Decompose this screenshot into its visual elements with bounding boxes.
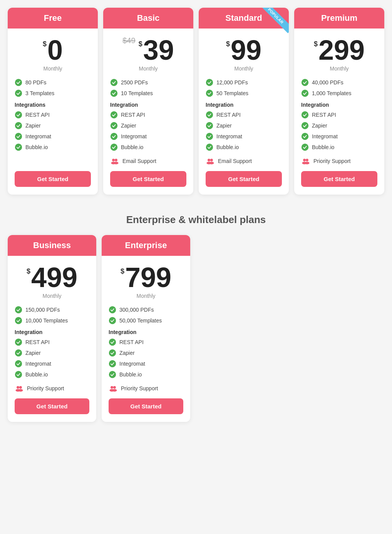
integration-item: REST API	[301, 111, 377, 119]
features-section-premium: 40,000 PDFs1,000 TemplatesIntegrationRES…	[301, 79, 377, 171]
plan-card-standard: POPULARStandard$99Monthly12,000 PDFs50 T…	[199, 8, 289, 195]
plan-card-enterprise: Enterprise$799Monthly300,000 PDFs50,000 …	[102, 235, 190, 422]
price-amount-business: 499	[31, 264, 77, 291]
support-icon	[15, 384, 24, 393]
get-started-button-free[interactable]: Get Started	[15, 171, 91, 187]
integration-label: REST API	[119, 339, 144, 345]
price-dollar-free: $	[43, 40, 47, 48]
check-icon	[301, 122, 309, 129]
integration-item: Bubble.io	[301, 143, 377, 151]
check-icon	[15, 79, 22, 86]
check-icon	[206, 79, 213, 86]
integration-label: Bubble.io	[121, 144, 143, 150]
integration-item: Bubble.io	[15, 143, 91, 151]
integration-item: Bubble.io	[15, 371, 89, 378]
price-main-business: $499	[15, 264, 89, 291]
plan-card-premium: Premium$299Monthly40,000 PDFs1,000 Templ…	[294, 8, 384, 195]
integration-item: Integromat	[206, 133, 282, 140]
price-area-standard: $99Monthly	[206, 36, 282, 72]
popular-badge: POPULAR	[258, 8, 289, 39]
price-main-free: $0	[15, 36, 91, 64]
check-icon	[109, 306, 116, 314]
integration-item: Bubble.io	[206, 143, 282, 151]
check-icon	[301, 143, 309, 151]
integration-label: Integromat	[25, 133, 51, 139]
check-icon	[301, 89, 309, 97]
price-dollar-standard: $	[226, 40, 230, 48]
check-icon	[206, 143, 213, 151]
feature-label: 10 Templates	[121, 90, 153, 96]
check-icon	[110, 111, 118, 119]
integration-item: REST API	[206, 111, 282, 119]
get-started-button-business[interactable]: Get Started	[15, 398, 89, 414]
integration-label: Zapier	[216, 123, 232, 129]
check-icon	[15, 371, 22, 378]
price-area-business: $499Monthly	[15, 264, 89, 299]
support-item-business: Priority Support	[15, 384, 89, 393]
check-icon	[15, 122, 22, 129]
integration-item: Integromat	[109, 360, 183, 368]
integrations-label-free: Integrations	[15, 102, 91, 108]
plan-name-free: Free	[8, 8, 98, 29]
plan-name-premium: Premium	[294, 8, 384, 29]
price-area-basic: $49$39Monthly	[110, 36, 186, 72]
feature-item: 10 Templates	[110, 89, 186, 97]
integration-label: Bubble.io	[119, 371, 142, 378]
integration-item: Zapier	[109, 349, 183, 357]
integration-item: REST API	[15, 338, 89, 346]
feature-label: 3 Templates	[25, 90, 54, 96]
old-price-basic: $49	[122, 36, 135, 45]
integrations-label-premium: Integration	[301, 102, 377, 108]
integration-item: Bubble.io	[110, 143, 186, 151]
price-area-premium: $299Monthly	[301, 36, 377, 72]
feature-label: 2500 PDFs	[121, 79, 148, 86]
plan-card-free: Free$0Monthly80 PDFs3 TemplatesIntegrati…	[8, 8, 98, 195]
card-body-basic: $49$39Monthly2500 PDFs10 TemplatesIntegr…	[103, 29, 193, 195]
price-amount-basic: 39	[143, 36, 174, 64]
feature-item: 3 Templates	[15, 89, 91, 97]
feature-label: 10,000 Templates	[25, 317, 68, 324]
integration-item: Zapier	[15, 122, 91, 129]
support-icon	[110, 156, 119, 166]
integration-label: Integromat	[119, 361, 145, 367]
get-started-button-basic[interactable]: Get Started	[110, 171, 186, 187]
feature-item: 1,000 Templates	[301, 89, 377, 97]
integrations-label-business: Integration	[15, 329, 89, 335]
get-started-button-enterprise[interactable]: Get Started	[109, 398, 183, 414]
integrations-label-enterprise: Integration	[109, 329, 183, 335]
integration-label: Bubble.io	[25, 144, 48, 150]
check-icon	[110, 143, 118, 151]
get-started-button-premium[interactable]: Get Started	[301, 171, 377, 187]
integration-item: REST API	[109, 338, 183, 346]
check-icon	[110, 89, 118, 97]
price-period-basic: Monthly	[110, 65, 186, 72]
integration-label: Bubble.io	[25, 371, 48, 378]
integration-label: REST API	[216, 112, 241, 118]
enterprise-section: Enterprise & whitelabel plans Business$4…	[8, 214, 384, 422]
support-item-standard: Email Support	[206, 156, 282, 166]
integration-label: Integromat	[312, 133, 338, 139]
plan-name-enterprise: Enterprise	[102, 235, 190, 256]
integration-label: REST API	[25, 112, 50, 118]
get-started-button-standard[interactable]: Get Started	[206, 171, 282, 187]
price-amount-standard: 99	[231, 36, 261, 64]
check-icon	[206, 122, 213, 129]
integration-label: Zapier	[25, 350, 41, 356]
features-section-standard: 12,000 PDFs50 TemplatesIntegrationREST A…	[206, 79, 282, 171]
card-body-free: $0Monthly80 PDFs3 TemplatesIntegrationsR…	[8, 29, 98, 195]
integration-label: Zapier	[121, 123, 136, 129]
enterprise-section-title: Enterprise & whitelabel plans	[8, 214, 384, 226]
feature-label: 150,000 PDFs	[25, 307, 60, 313]
integration-label: Bubble.io	[312, 144, 334, 150]
check-icon	[206, 89, 213, 97]
integration-item: Integromat	[110, 133, 186, 140]
feature-label: 1,000 Templates	[312, 90, 351, 96]
plan-card-basic: Basic$49$39Monthly2500 PDFs10 TemplatesI…	[103, 8, 193, 195]
feature-label: 40,000 PDFs	[312, 79, 343, 86]
support-icon	[206, 156, 215, 166]
check-icon	[206, 133, 213, 140]
support-label: Priority Support	[27, 385, 64, 391]
support-label: Email Support	[122, 158, 156, 164]
price-area-free: $0Monthly	[15, 36, 91, 72]
check-icon	[109, 371, 116, 378]
